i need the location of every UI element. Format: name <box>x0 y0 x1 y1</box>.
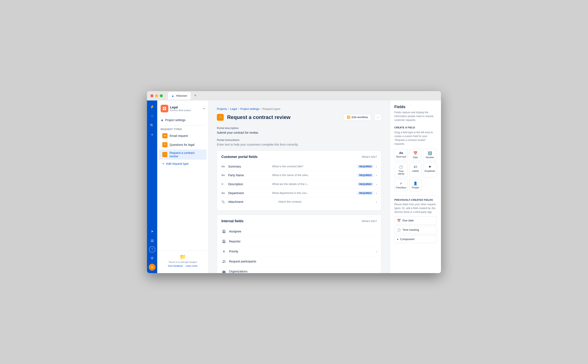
prev-fields-title: PREVIOUSLY-CREATED FIELDS <box>394 199 437 201</box>
svg-point-9 <box>224 260 225 261</box>
browser-tab[interactable]: ▲ Atlassian <box>168 92 191 100</box>
project-name: Legal <box>170 106 202 109</box>
edit-workflow-button[interactable]: 🔀 Edit workflow <box>344 114 371 120</box>
titlebar: ▲ Atlassian + <box>147 91 441 100</box>
internal-field-organizations: Organizations <box>221 266 377 273</box>
attachment-hint: Attach the contract <box>278 200 373 203</box>
party-name-field-name: Party Name <box>228 174 270 177</box>
field-type-checkbox[interactable]: ✓ Checkbox <box>394 179 408 191</box>
field-type-dropdown[interactable]: ▼ Dropdown <box>423 163 437 177</box>
field-type-short-text[interactable]: Aa Short text <box>394 149 408 161</box>
time-stamp-icon: 🕐 <box>396 165 406 169</box>
field-type-time-stamp[interactable]: 🕐 Time stamp <box>394 163 408 177</box>
user-avatar[interactable]: U <box>149 264 156 271</box>
attachment-type-icon: 📎 <box>221 200 226 203</box>
prev-field-due-date[interactable]: 📅 Due date <box>394 216 437 225</box>
new-tab-button[interactable]: + <box>192 93 198 99</box>
add-request-type-button[interactable]: + Add request type <box>159 160 206 167</box>
main-layout: ⚡ ☆ 🔍 + ➤ ⊞ ? ⚙ U Legal Service desk pro… <box>147 100 441 273</box>
more-options-button[interactable]: ··· <box>375 114 381 121</box>
customer-portal-fields-section: Customer portal fields What's this? Aa S… <box>217 150 381 210</box>
field-type-labels[interactable]: 🏷 Labels <box>410 163 421 177</box>
priority-field-name: Priority <box>229 250 373 253</box>
date-label: Date <box>411 156 420 159</box>
reporter-icon <box>221 240 226 243</box>
description-type-icon: ≡ <box>221 182 226 186</box>
request-participants-icon <box>221 260 226 263</box>
internal-field-priority[interactable]: Priority › <box>221 247 377 256</box>
nav-plus-icon[interactable]: + <box>148 131 156 139</box>
nav-help-icon[interactable]: ? <box>149 246 155 253</box>
time-stamp-label: Time stamp <box>396 170 406 175</box>
svg-rect-10 <box>222 271 224 273</box>
party-name-hint: What is the name of the othe... <box>272 174 355 177</box>
department-type-icon: Aa <box>221 192 226 195</box>
breadcrumb-sep-1: / <box>228 107 229 110</box>
portal-description-section: Portal description Submit your contract … <box>217 127 381 134</box>
people-icon: 👤 <box>411 181 420 185</box>
contract-review-icon: 🔒 <box>162 152 167 157</box>
nav-star-icon[interactable]: ☆ <box>148 112 156 120</box>
customer-fields-header: Customer portal fields What's this? <box>221 155 377 159</box>
party-name-type-icon: Aa <box>221 174 226 177</box>
department-required-badge: REQUIRED <box>357 191 373 195</box>
field-row-summary[interactable]: Aa Summary What is the contract title? R… <box>221 162 377 171</box>
assignee-icon <box>221 229 226 233</box>
field-row-department[interactable]: Aa Department What department is this co… <box>221 189 377 198</box>
internal-whats-this[interactable]: What's this? <box>362 220 377 223</box>
add-request-label: Add request type <box>166 162 189 165</box>
due-date-icon: 📅 <box>397 219 401 222</box>
component-label: Component <box>400 238 414 241</box>
breadcrumb-project-settings[interactable]: Project settings <box>240 107 259 110</box>
field-row-description[interactable]: ≡ Description What are the details of th… <box>221 180 377 189</box>
attachment-field-name: Attachment <box>228 200 276 203</box>
organizations-field-name: Organizations <box>229 270 377 273</box>
create-field-description: Drag a field type to the left area to cr… <box>394 130 437 146</box>
email-request-label: Email request <box>170 134 188 137</box>
field-type-people[interactable]: 👤 People <box>410 179 421 191</box>
minimize-button[interactable] <box>155 94 158 97</box>
nav-grid-icon[interactable]: ⊞ <box>148 237 156 245</box>
sidebar-item-questions-legal[interactable]: ? Questions for legal <box>159 141 206 149</box>
summary-chevron-icon: › <box>376 165 377 168</box>
organizations-icon <box>221 269 226 273</box>
portal-instructions-placeholder[interactable]: Enter text to help your customers comple… <box>217 143 381 146</box>
breadcrumb-projects[interactable]: Projects <box>217 107 227 110</box>
customer-whats-this[interactable]: What's this? <box>362 155 377 158</box>
sidebar-item-contract-review[interactable]: 🔒 Request a contract review <box>159 150 206 160</box>
short-text-label: Short text <box>396 155 406 158</box>
email-request-icon: ✉ <box>162 133 167 138</box>
questions-legal-label: Questions for legal <box>170 143 194 146</box>
learn-more-link[interactable]: Learn more <box>185 265 198 267</box>
right-panel: Fields Fields capture and display the in… <box>390 100 441 273</box>
project-header[interactable]: Legal Service desk project ▾ <box>157 103 208 114</box>
breadcrumb: Projects / Legal / Project settings / Re… <box>217 107 381 110</box>
traffic-lights <box>150 94 163 97</box>
svg-rect-12 <box>224 271 226 273</box>
questions-legal-icon: ? <box>162 142 167 147</box>
nav-search-icon[interactable]: 🔍 <box>148 122 156 130</box>
sidebar-footer: 📁 You're in a next-gen project Give feed… <box>157 250 208 271</box>
prev-field-component[interactable]: ● Component <box>394 235 437 243</box>
give-feedback-link[interactable]: Give feedback <box>168 265 183 267</box>
description-required-badge: REQUIRED <box>357 182 373 186</box>
field-type-date[interactable]: 📅 Date <box>410 149 421 161</box>
nav-lightning-icon[interactable]: ⚡ <box>148 103 156 111</box>
sidebar-project-settings[interactable]: ◀ Project settings <box>157 117 208 124</box>
sidebar-item-email-request[interactable]: ✉ Email request <box>159 131 206 140</box>
fullscreen-button[interactable] <box>160 94 163 97</box>
back-icon: ◀ <box>161 118 163 122</box>
sidebar-footer-links: Give feedback Learn more <box>161 265 205 267</box>
nav-settings-icon[interactable]: ⚙ <box>148 254 156 262</box>
nav-send-icon[interactable]: ➤ <box>148 228 156 235</box>
prev-field-time-tracking[interactable]: 🕐 Time tracking <box>394 226 437 234</box>
request-types-label: Request types <box>157 127 208 131</box>
tab-label: Atlassian <box>176 94 187 97</box>
labels-label: Labels <box>411 170 420 172</box>
component-icon: ● <box>397 238 398 240</box>
close-button[interactable] <box>150 94 153 97</box>
field-row-party-name[interactable]: Aa Party Name What is the name of the ot… <box>221 171 377 180</box>
breadcrumb-legal[interactable]: Legal <box>230 107 237 110</box>
field-row-attachment[interactable]: 📎 Attachment Attach the contract › <box>221 198 377 206</box>
field-type-number[interactable]: 🔢 Number <box>423 149 437 161</box>
